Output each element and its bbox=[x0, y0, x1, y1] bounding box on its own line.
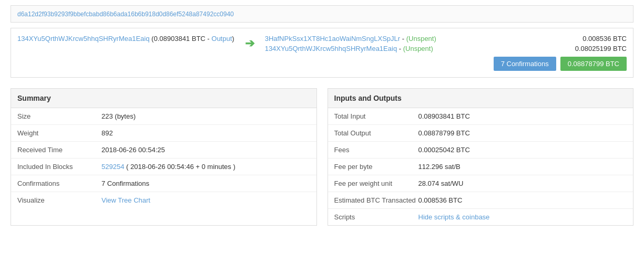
output-address-link-2[interactable]: 134XYu5QrthWJKrcw5hhqSHRyrMea1Eaiq bbox=[265, 45, 397, 52]
summary-row-weight: Weight 892 bbox=[11, 125, 316, 142]
io-table: Inputs and Outputs Total Input 0.0890384… bbox=[328, 88, 634, 226]
blocks-value: 529254 ( 2018-06-26 00:54:46 + 0 minutes… bbox=[101, 163, 310, 171]
transaction-row: 134XYu5QrthWJKrcw5hhqSHRyrMea1Eaiq (0.08… bbox=[11, 28, 633, 78]
io-row-fees: Fees 0.00025042 BTC bbox=[328, 142, 633, 159]
summary-table: Summary Size 223 (bytes) Weight 892 Rece… bbox=[11, 88, 317, 226]
tx-output-left-2: 134XYu5QrthWJKrcw5hhqSHRyrMea1Eaiq - (Un… bbox=[265, 45, 433, 52]
scripts-label: Scripts bbox=[334, 213, 418, 221]
tx-summary-row: 7 Confirmations 0.08878799 BTC bbox=[265, 57, 627, 71]
received-time-value: 2018-06-26 00:54:25 bbox=[101, 146, 310, 154]
estimated-btc-label: Estimated BTC Transacted bbox=[334, 196, 418, 204]
tx-output-left-1: 3HafNPkSsx1XT8Hc1aoWaiNmSngLXSpJLr - (Un… bbox=[265, 35, 436, 43]
io-row-estimated-btc: Estimated BTC Transacted 0.008536 BTC bbox=[328, 192, 633, 209]
arrow-right-icon: ➔ bbox=[245, 37, 254, 50]
view-tree-chart-link[interactable]: View Tree Chart bbox=[101, 196, 150, 204]
tx-output-amount-2: 0.08025199 BTC bbox=[575, 45, 627, 52]
output-status-2: (Unspent) bbox=[403, 45, 433, 52]
tx-outputs: 3HafNPkSsx1XT8Hc1aoWaiNmSngLXSpJLr - (Un… bbox=[265, 35, 627, 71]
summary-row-blocks: Included In Blocks 529254 ( 2018-06-26 0… bbox=[11, 159, 316, 175]
summary-row-visualize: Visualize View Tree Chart bbox=[11, 192, 316, 208]
fees-value: 0.00025042 BTC bbox=[418, 146, 627, 154]
hide-scripts-link[interactable]: Hide scripts & coinbase bbox=[418, 213, 490, 221]
scripts-value: Hide scripts & coinbase bbox=[418, 213, 627, 221]
estimated-btc-value: 0.008536 BTC bbox=[418, 196, 627, 204]
io-row-total-output: Total Output 0.08878799 BTC bbox=[328, 125, 633, 142]
tx-output-row: 3HafNPkSsx1XT8Hc1aoWaiNmSngLXSpJLr - (Un… bbox=[265, 35, 627, 43]
tx-output-row-2: 134XYu5QrthWJKrcw5hhqSHRyrMea1Eaiq - (Un… bbox=[265, 45, 627, 52]
tx-hash-link[interactable]: d6a12d2f93b9293f9bbefcbabd86b6ada16b6b91… bbox=[17, 10, 234, 18]
fees-label: Fees bbox=[334, 146, 418, 154]
summary-header: Summary bbox=[11, 89, 316, 108]
summary-row-received-time: Received Time 2018-06-26 00:54:25 bbox=[11, 142, 316, 159]
io-row-scripts: Scripts Hide scripts & coinbase bbox=[328, 209, 633, 225]
input-address-link[interactable]: 134XYu5QrthWJKrcw5hhqSHRyrMea1Eaiq bbox=[17, 35, 149, 43]
bottom-section: Summary Size 223 (bytes) Weight 892 Rece… bbox=[11, 88, 633, 226]
blocks-label: Included In Blocks bbox=[17, 163, 101, 171]
confirmations-value: 7 Confirmations bbox=[101, 179, 310, 187]
fee-per-weight-label: Fee per weight unit bbox=[334, 179, 418, 187]
tx-id-bar: d6a12d2f93b9293f9bbefcbabd86b6ada16b6b91… bbox=[11, 5, 633, 23]
output-status-1: (Unspent) bbox=[406, 35, 436, 43]
block-detail: ( 2018-06-26 00:54:46 + 0 minutes ) bbox=[126, 163, 236, 171]
confirmations-button[interactable]: 7 Confirmations bbox=[494, 57, 556, 71]
output-address-link-1[interactable]: 3HafNPkSsx1XT8Hc1aoWaiNmSngLXSpJLr bbox=[265, 35, 400, 43]
total-input-label: Total Input bbox=[334, 112, 418, 120]
input-amount: (0.08903841 BTC - Output) bbox=[151, 35, 234, 43]
visualize-value: View Tree Chart bbox=[101, 196, 310, 204]
total-output-value: 0.08878799 BTC bbox=[418, 129, 627, 137]
tx-input: 134XYu5QrthWJKrcw5hhqSHRyrMea1Eaiq (0.08… bbox=[17, 35, 234, 43]
main-container: d6a12d2f93b9293f9bbefcbabd86b6ada16b6b91… bbox=[0, 0, 644, 231]
total-btc-button[interactable]: 0.08878799 BTC bbox=[560, 57, 627, 71]
fee-per-byte-value: 112.296 sat/B bbox=[418, 163, 627, 171]
io-row-fee-per-byte: Fee per byte 112.296 sat/B bbox=[328, 159, 633, 175]
total-output-label: Total Output bbox=[334, 129, 418, 137]
visualize-label: Visualize bbox=[17, 196, 101, 204]
weight-value: 892 bbox=[101, 129, 310, 137]
weight-label: Weight bbox=[17, 129, 101, 137]
io-header: Inputs and Outputs bbox=[328, 89, 633, 108]
received-time-label: Received Time bbox=[17, 146, 101, 154]
tx-output-amount-1: 0.008536 BTC bbox=[582, 35, 627, 43]
io-row-total-input: Total Input 0.08903841 BTC bbox=[328, 108, 633, 125]
total-input-value: 0.08903841 BTC bbox=[418, 112, 627, 120]
input-output-link[interactable]: Output bbox=[211, 35, 232, 43]
confirmations-label: Confirmations bbox=[17, 179, 101, 187]
tx-arrow: ➔ bbox=[245, 35, 254, 50]
size-value: 223 (bytes) bbox=[101, 112, 310, 120]
fee-per-byte-label: Fee per byte bbox=[334, 163, 418, 171]
summary-row-confirmations: Confirmations 7 Confirmations bbox=[11, 175, 316, 192]
block-number-link[interactable]: 529254 bbox=[101, 163, 124, 171]
size-label: Size bbox=[17, 112, 101, 120]
fee-per-weight-value: 28.074 sat/WU bbox=[418, 179, 627, 187]
summary-row-size: Size 223 (bytes) bbox=[11, 108, 316, 125]
io-row-fee-per-weight: Fee per weight unit 28.074 sat/WU bbox=[328, 175, 633, 192]
